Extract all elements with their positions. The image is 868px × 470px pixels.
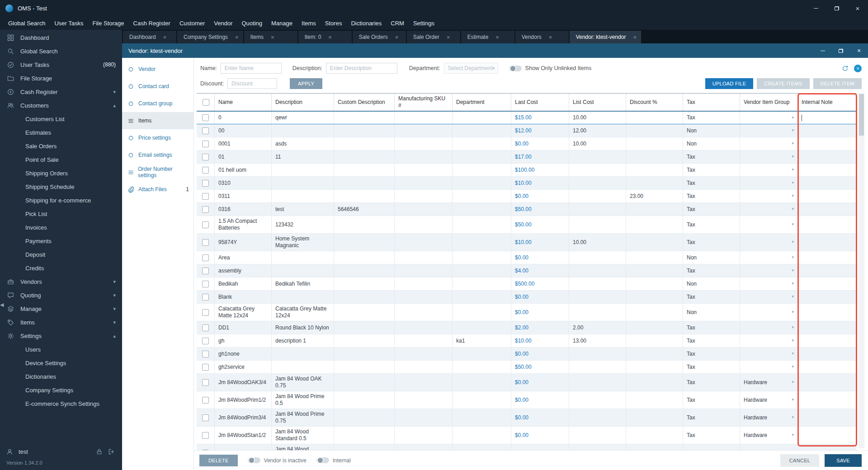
cell-list-cost[interactable] bbox=[569, 444, 626, 450]
cell-custom-description[interactable] bbox=[334, 334, 395, 347]
cell-description[interactable] bbox=[272, 190, 334, 202]
cell-internal-note[interactable] bbox=[798, 334, 856, 347]
cell-name[interactable]: gh2service bbox=[215, 361, 272, 373]
upload-file-button[interactable]: UPLOAD FILE bbox=[705, 78, 754, 89]
sidebar-item-vendors[interactable]: Vendors ▾ bbox=[0, 275, 122, 288]
table-row[interactable]: Jm 84WoodStan3/4 Jam 84 Wood Standard 0.… bbox=[197, 444, 856, 450]
cell-last-cost[interactable]: $15.00 bbox=[511, 112, 569, 124]
cell-department[interactable] bbox=[453, 150, 511, 163]
cell-last-cost[interactable]: $50.00 bbox=[511, 203, 569, 216]
cell-tax[interactable]: Tax bbox=[683, 291, 740, 303]
cell-last-cost[interactable]: $0.00 bbox=[511, 444, 569, 450]
cell-description[interactable]: Jam 84 Wood Standard 0.75 bbox=[272, 444, 334, 450]
sidebar-item-e-commerce-synch-settings[interactable]: E-commerce Synch Settings bbox=[0, 397, 122, 410]
cell-discount[interactable] bbox=[626, 177, 683, 189]
cell-tax[interactable]: Tax bbox=[683, 348, 740, 360]
dropdown-arrow-icon[interactable]: ▾ bbox=[790, 180, 794, 185]
cell-department[interactable] bbox=[453, 264, 511, 277]
cell-vendor-item-group[interactable]: ▾ bbox=[740, 251, 798, 264]
cell-name[interactable]: gh bbox=[215, 334, 272, 347]
cell-custom-description[interactable] bbox=[334, 251, 395, 264]
cell-name[interactable]: assembly bbox=[215, 264, 272, 277]
cell-tax[interactable]: Tax bbox=[683, 409, 740, 426]
cell-internal-note[interactable] bbox=[798, 304, 856, 321]
last-cost-link[interactable]: $0.00 bbox=[515, 414, 528, 421]
cell-vendor-item-group[interactable]: ▾ bbox=[740, 348, 798, 360]
select-all-checkbox[interactable] bbox=[203, 99, 209, 106]
cell-internal-note[interactable] bbox=[798, 321, 856, 334]
cell-manufacturing-sku[interactable] bbox=[395, 190, 453, 202]
cell-custom-description[interactable] bbox=[334, 264, 395, 277]
cell-tax[interactable]: Non bbox=[683, 277, 740, 290]
cell-last-cost[interactable]: $0.00 bbox=[511, 374, 569, 391]
table-row[interactable]: Jm 84WoodPrim1/2 Jam 84 Wood Prime 0.5 $… bbox=[197, 391, 856, 409]
column-header-discount[interactable]: Discount % bbox=[626, 94, 683, 111]
cell-list-cost[interactable] bbox=[569, 409, 626, 426]
cell-name[interactable]: Jm 84WoodPrim1/2 bbox=[215, 391, 272, 409]
delete-button[interactable]: DELETE bbox=[199, 455, 238, 466]
cell-discount[interactable] bbox=[626, 203, 683, 216]
cell-custom-description[interactable] bbox=[334, 137, 395, 150]
row-checkbox[interactable] bbox=[202, 379, 209, 386]
dropdown-arrow-icon[interactable]: ▾ bbox=[790, 128, 794, 133]
cell-tax[interactable]: Tax bbox=[683, 427, 740, 444]
cell-last-cost[interactable]: $0.00 bbox=[511, 291, 569, 303]
vendor-nav-attach-files[interactable]: Attach Files 1 bbox=[122, 181, 193, 198]
cell-discount[interactable] bbox=[626, 348, 683, 360]
cell-internal-note[interactable] bbox=[798, 190, 856, 202]
cell-list-cost[interactable] bbox=[569, 291, 626, 303]
sidebar-item-device-settings[interactable]: Device Settings bbox=[0, 356, 122, 370]
sidebar-item-file-storage[interactable]: File Storage bbox=[0, 71, 122, 85]
cell-vendor-item-group[interactable]: Hardware▾ bbox=[740, 374, 798, 391]
last-cost-link[interactable]: $50.00 bbox=[515, 206, 532, 213]
row-checkbox[interactable] bbox=[202, 239, 209, 246]
row-checkbox[interactable] bbox=[202, 450, 209, 451]
cell-vendor-item-group[interactable]: ▾ bbox=[740, 124, 798, 137]
dropdown-arrow-icon[interactable]: ▾ bbox=[790, 141, 794, 146]
row-checkbox[interactable] bbox=[202, 414, 209, 421]
cell-department[interactable] bbox=[453, 444, 511, 450]
cell-description[interactable] bbox=[272, 348, 334, 360]
dropdown-arrow-icon[interactable]: ▾ bbox=[790, 351, 794, 356]
row-checkbox[interactable] bbox=[202, 180, 209, 187]
vendor-minimize-button[interactable] bbox=[814, 43, 832, 58]
cell-name[interactable]: 01 bbox=[215, 150, 272, 163]
cell-last-cost[interactable]: $500.00 bbox=[511, 277, 569, 290]
cell-internal-note[interactable] bbox=[798, 409, 856, 426]
table-row[interactable]: 95874Y Home System Magnanic $10.00 10.00… bbox=[197, 234, 856, 251]
cancel-button[interactable]: CANCEL bbox=[780, 454, 819, 467]
dropdown-arrow-icon[interactable]: ▾ bbox=[790, 207, 794, 212]
dropdown-arrow-icon[interactable]: ▾ bbox=[790, 415, 794, 420]
cell-tax[interactable]: Tax bbox=[683, 264, 740, 277]
cell-discount[interactable] bbox=[626, 234, 683, 251]
last-cost-link[interactable]: $0.00 bbox=[515, 141, 528, 147]
cell-manufacturing-sku[interactable] bbox=[395, 234, 453, 251]
last-cost-link[interactable]: $0.00 bbox=[515, 450, 528, 451]
row-checkbox[interactable] bbox=[202, 221, 209, 228]
cell-name[interactable]: Jm 84WoodPrim3/4 bbox=[215, 409, 272, 426]
dropdown-arrow-icon[interactable]: ▾ bbox=[790, 154, 794, 159]
tab-close-icon[interactable]: × bbox=[271, 34, 274, 40]
cell-list-cost[interactable] bbox=[569, 190, 626, 202]
cell-department[interactable] bbox=[453, 216, 511, 233]
description-filter-input[interactable] bbox=[326, 63, 397, 74]
cell-description[interactable]: asds bbox=[272, 137, 334, 150]
cell-department[interactable] bbox=[453, 427, 511, 444]
cell-tax[interactable]: Non bbox=[683, 124, 740, 137]
cell-manufacturing-sku[interactable] bbox=[395, 216, 453, 233]
cell-custom-description[interactable] bbox=[334, 234, 395, 251]
menu-manage[interactable]: Manage bbox=[267, 20, 297, 27]
cell-tax[interactable]: Tax bbox=[683, 177, 740, 189]
cell-department[interactable] bbox=[453, 112, 511, 124]
dropdown-arrow-icon[interactable]: ▾ bbox=[790, 268, 794, 273]
sidebar-item-dictionaries[interactable]: Dictionaries bbox=[0, 370, 122, 383]
cell-department[interactable]: ka1 bbox=[453, 334, 511, 347]
sidebar-item-manage[interactable]: Manage ▾ bbox=[0, 302, 122, 315]
cell-manufacturing-sku[interactable] bbox=[395, 112, 453, 124]
cell-description[interactable]: qewr bbox=[272, 112, 334, 124]
cell-custom-description[interactable] bbox=[334, 444, 395, 450]
cell-name[interactable]: Jm 84WoodStan3/4 bbox=[215, 444, 272, 450]
cell-custom-description[interactable] bbox=[334, 277, 395, 290]
menu-user-tasks[interactable]: User Tasks bbox=[50, 20, 88, 27]
tab-sale-orders[interactable]: Sale Orders × bbox=[353, 31, 406, 43]
